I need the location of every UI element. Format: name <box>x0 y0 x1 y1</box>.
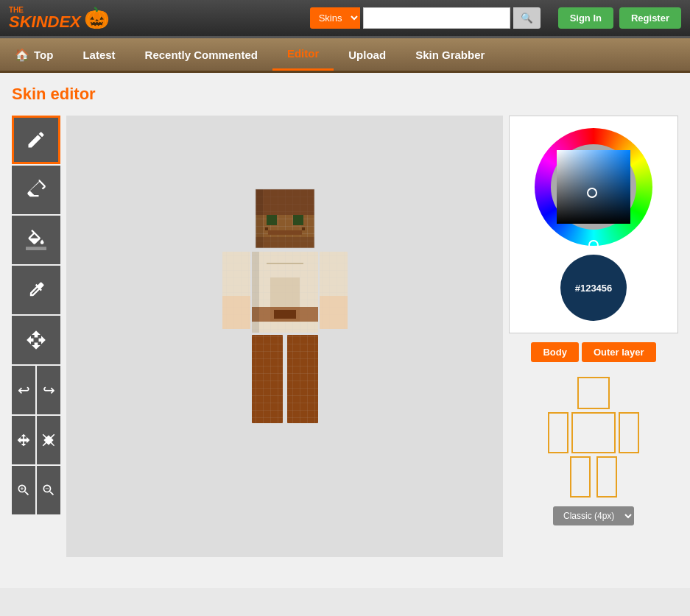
redo-button[interactable]: ↪ <box>37 366 60 414</box>
undo-button[interactable]: ↩ <box>12 366 35 414</box>
character-canvas[interactable] <box>197 167 373 506</box>
color-hex-label: #123456 <box>575 283 613 294</box>
svg-rect-22 <box>252 335 283 423</box>
classic-select[interactable]: Classic (4px) <box>553 506 634 525</box>
nav-latest[interactable]: Latest <box>68 38 130 71</box>
search-input[interactable] <box>363 7 510 29</box>
layer-buttons: Body Outer layer <box>509 342 678 362</box>
search-button[interactable]: 🔍 <box>513 7 541 29</box>
color-swatch[interactable]: #123456 <box>560 255 627 321</box>
canvas-area[interactable] <box>66 116 503 557</box>
zoom-in-button[interactable] <box>12 466 35 514</box>
svg-rect-24 <box>287 335 318 423</box>
register-button[interactable]: Register <box>619 7 681 29</box>
svg-rect-20 <box>320 296 348 329</box>
skin-part-right-leg[interactable] <box>596 456 617 498</box>
logo-icon: 🎃 <box>84 6 110 30</box>
svg-rect-6 <box>268 230 302 235</box>
skin-map-head-row <box>577 377 610 409</box>
header: THE SKINDEX 🎃 Skins 🔍 Sign In Register <box>0 0 690 38</box>
skin-map-legs-row <box>570 456 617 498</box>
skin-map: Classic (4px) <box>509 377 678 525</box>
move-tool[interactable] <box>12 316 60 364</box>
search-area: Skins 🔍 <box>310 7 541 29</box>
color-wheel-svg[interactable] <box>535 128 652 253</box>
expand-row <box>12 416 60 464</box>
svg-rect-3 <box>293 215 303 225</box>
nav-top[interactable]: 🏠 Top <box>0 38 68 71</box>
svg-rect-8 <box>256 237 314 248</box>
signin-button[interactable]: Sign In <box>558 7 613 29</box>
svg-rect-2 <box>267 215 277 225</box>
zoom-out-button[interactable] <box>37 466 60 514</box>
expand-button[interactable] <box>12 416 35 464</box>
svg-rect-17 <box>222 296 250 329</box>
svg-rect-25 <box>256 189 263 248</box>
nav-editor[interactable]: Editor <box>272 38 334 71</box>
outer-layer-button[interactable]: Outer layer <box>582 342 656 362</box>
skin-part-left-leg[interactable] <box>570 456 591 498</box>
logo-skindex: SKINDEX <box>9 14 81 30</box>
svg-rect-26 <box>252 252 259 333</box>
svg-rect-11 <box>267 263 303 264</box>
skin-part-body[interactable] <box>571 412 616 453</box>
color-wheel-container[interactable] <box>535 128 652 246</box>
search-category-select[interactable]: Skins <box>310 7 360 29</box>
skin-map-body-row <box>548 412 639 453</box>
fill-tool[interactable] <box>12 216 60 264</box>
navigation: 🏠 Top Latest Recently Commented Editor U… <box>0 38 690 73</box>
eyedropper-tool[interactable] <box>12 266 60 314</box>
nav-skin-grabber[interactable]: Skin Grabber <box>401 38 499 71</box>
editor-layout: ↩ ↪ <box>12 116 678 557</box>
contract-button[interactable] <box>37 416 60 464</box>
color-picker-box: #123456 <box>509 116 678 333</box>
svg-rect-14 <box>274 310 296 319</box>
logo: THE SKINDEX 🎃 <box>9 6 110 30</box>
pencil-tool[interactable] <box>12 116 60 164</box>
nav-upload[interactable]: Upload <box>334 38 401 71</box>
body-layer-button[interactable]: Body <box>531 342 579 362</box>
skin-dropdown: Classic (4px) <box>553 506 634 525</box>
undo-redo-row: ↩ ↪ <box>12 366 60 414</box>
right-panel: #123456 Body Outer layer <box>509 116 678 557</box>
auth-buttons: Sign In Register <box>558 7 681 29</box>
nav-recently-commented[interactable]: Recently Commented <box>130 38 272 71</box>
toolbar: ↩ ↪ <box>12 116 60 557</box>
page-title: Skin editor <box>12 85 678 104</box>
svg-rect-5 <box>302 227 305 230</box>
logo-text: THE SKINDEX <box>9 7 81 30</box>
svg-rect-7 <box>256 189 314 215</box>
skin-part-left-arm[interactable] <box>548 412 568 453</box>
eraser-tool[interactable] <box>12 166 60 214</box>
home-icon: 🏠 <box>15 48 29 62</box>
skin-part-right-arm[interactable] <box>619 412 639 453</box>
svg-rect-4 <box>265 227 268 230</box>
skin-part-head[interactable] <box>577 377 610 409</box>
zoom-row <box>12 466 60 514</box>
page-content: Skin editor ↩ ↪ <box>0 73 690 588</box>
